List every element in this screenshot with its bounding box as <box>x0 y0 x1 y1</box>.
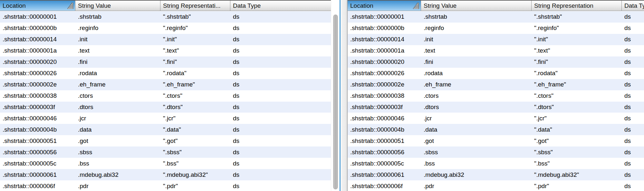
table-row[interactable]: .shstrtab::00000001.shstrtab".shstrtab"d… <box>348 11 644 23</box>
table-row[interactable]: .shstrtab::00000056.sbss".sbss"ds <box>348 146 644 158</box>
cell-location: .shstrtab::00000001 <box>0 13 75 20</box>
table-row[interactable]: .shstrtab::00000051.got".got"ds <box>348 135 644 146</box>
cell-location: .shstrtab::0000003f <box>348 104 421 111</box>
table-row[interactable]: .shstrtab::0000001a.text".text"ds <box>348 45 644 56</box>
cell-type: ds <box>230 58 332 65</box>
column-header-string-representati[interactable]: String Representati... <box>160 1 230 11</box>
cell-location: .shstrtab::0000000b <box>0 25 75 32</box>
cell-repr: ".shstrtab" <box>532 13 622 20</box>
cell-repr: ".sbss" <box>532 149 622 156</box>
table-row[interactable]: .shstrtab::00000026.rodata".rodata"ds <box>348 68 644 79</box>
column-header-location[interactable]: Location <box>0 1 75 11</box>
cell-repr: ".got" <box>160 137 230 145</box>
cell-location: .shstrtab::00000056 <box>348 149 421 156</box>
cell-value: .reginfo <box>421 25 532 32</box>
cell-type: ds <box>230 92 332 99</box>
cell-location: .shstrtab::00000051 <box>0 137 75 145</box>
table-row[interactable]: .shstrtab::00000014.init".init"ds <box>0 34 332 45</box>
table-row[interactable]: .shstrtab::00000014.init".init"ds <box>348 34 644 45</box>
cell-value: .pdr <box>421 183 532 190</box>
column-header-string-representation[interactable]: String Representation <box>532 1 622 11</box>
cell-location: .shstrtab::0000000b <box>348 25 421 32</box>
cell-value: .mdebug.abi32 <box>421 171 532 178</box>
cell-repr: ".sbss" <box>160 149 230 156</box>
table-row[interactable]: .shstrtab::00000020.fini".fini"ds <box>348 56 644 68</box>
column-header-label: String Value <box>78 2 111 9</box>
table-row[interactable]: .shstrtab::0000006f.pdr".pdr"ds <box>348 180 644 191</box>
table-row[interactable]: .shstrtab::00000051.got".got"ds <box>0 135 332 146</box>
table-row[interactable]: .shstrtab::0000000b.reginfo".reginfo"ds <box>348 23 644 34</box>
cell-repr: ".fini" <box>532 58 622 65</box>
table-row[interactable]: .shstrtab::00000038.ctors".ctors"ds <box>348 90 644 102</box>
cell-type: ds <box>230 160 332 167</box>
cell-value: .init <box>75 36 160 43</box>
table-row[interactable]: .shstrtab::00000056.sbss".sbss"ds <box>0 146 332 158</box>
cell-value: .mdebug.abi32 <box>75 171 160 178</box>
cell-type: ds <box>622 149 644 156</box>
cell-repr: ".data" <box>532 126 622 133</box>
scrollbar-thumb[interactable] <box>333 15 338 189</box>
column-header-string-value[interactable]: String Value <box>421 1 532 11</box>
table-row[interactable]: .shstrtab::0000002e.eh_frame".eh_frame"d… <box>348 79 644 90</box>
cell-value: .sbss <box>421 149 532 156</box>
table-row[interactable]: .shstrtab::0000002e.eh_frame".eh_frame"d… <box>0 79 332 90</box>
table-header-row: LocationString ValueString Representatio… <box>348 1 644 11</box>
table-row[interactable]: .shstrtab::0000001a.text".text"ds <box>0 45 332 56</box>
cell-value: .rodata <box>421 70 532 77</box>
cell-repr: ".got" <box>532 137 622 145</box>
cell-type: ds <box>230 25 332 32</box>
cell-location: .shstrtab::00000038 <box>348 92 421 99</box>
cell-repr: ".jcr" <box>532 115 622 122</box>
cell-location: .shstrtab::0000003f <box>0 104 75 111</box>
table-row[interactable]: .shstrtab::0000004b.data".data"ds <box>0 124 332 135</box>
column-header-data-type[interactable]: Data Type <box>230 1 332 11</box>
cell-value: .data <box>75 126 160 133</box>
column-header-location[interactable]: Location <box>348 1 421 11</box>
table-row[interactable]: .shstrtab::0000006f.pdr".pdr"ds <box>0 180 332 191</box>
table-row[interactable]: .shstrtab::00000046.jcr".jcr"ds <box>348 113 644 124</box>
panel-splitter[interactable] <box>341 0 347 191</box>
column-header-label: String Representation <box>534 2 593 9</box>
cell-value: .jcr <box>75 115 160 122</box>
table-row[interactable]: .shstrtab::0000005c.bss".bss"ds <box>0 158 332 169</box>
cell-type: ds <box>230 149 332 156</box>
cell-repr: ".shstrtab" <box>160 13 230 20</box>
cell-repr: ".dtors" <box>532 104 622 111</box>
table-row[interactable]: .shstrtab::0000005c.bss".bss"ds <box>348 158 644 169</box>
cell-type: ds <box>622 70 644 77</box>
cell-location: .shstrtab::0000005c <box>0 160 75 167</box>
strings-table-right: LocationString ValueString Representatio… <box>348 0 644 191</box>
cell-type: ds <box>230 47 332 54</box>
table-row[interactable]: .shstrtab::00000020.fini".fini"ds <box>0 56 332 68</box>
cell-value: .rodata <box>75 70 160 77</box>
cell-location: .shstrtab::00000020 <box>0 58 75 65</box>
column-header-string-value[interactable]: String Value <box>75 1 160 11</box>
cell-value: .reginfo <box>75 25 160 32</box>
cell-value: .shstrtab <box>75 13 160 20</box>
table-row[interactable]: .shstrtab::0000004b.data".data"ds <box>348 124 644 135</box>
table-row[interactable]: .shstrtab::0000003f.dtors".dtors"ds <box>348 102 644 113</box>
cell-type: ds <box>230 13 332 20</box>
table-row[interactable]: .shstrtab::0000003f.dtors".dtors"ds <box>0 102 332 113</box>
column-header-label: Data Type <box>624 2 644 9</box>
column-header-data-type[interactable]: Data Type <box>622 1 644 11</box>
table-row[interactable]: .shstrtab::00000038.ctors".ctors"ds <box>0 90 332 102</box>
column-header-label: Location <box>3 2 26 9</box>
cell-value: .pdr <box>75 183 160 190</box>
strings-table-panel-left: LocationString ValueString Representati.… <box>0 0 341 191</box>
table-row[interactable]: .shstrtab::0000000b.reginfo".reginfo"ds <box>0 23 332 34</box>
table-row[interactable]: .shstrtab::00000001.shstrtab".shstrtab"d… <box>0 11 332 23</box>
cell-repr: ".bss" <box>532 160 622 167</box>
cell-value: .eh_frame <box>75 81 160 88</box>
table-row[interactable]: .shstrtab::00000061.mdebug.abi32".mdebug… <box>0 169 332 180</box>
table-row[interactable]: .shstrtab::00000046.jcr".jcr"ds <box>0 113 332 124</box>
cell-value: .text <box>421 47 532 54</box>
cell-repr: ".mdebug.abi32" <box>532 171 622 178</box>
table-row[interactable]: .shstrtab::00000061.mdebug.abi32".mdebug… <box>348 169 644 180</box>
cell-type: ds <box>622 115 644 122</box>
table-row[interactable]: .shstrtab::00000026.rodata".rodata"ds <box>0 68 332 79</box>
vertical-scrollbar[interactable] <box>331 0 340 191</box>
cell-repr: ".bss" <box>160 160 230 167</box>
cell-location: .shstrtab::0000002e <box>0 81 75 88</box>
cell-repr: ".init" <box>532 36 622 43</box>
